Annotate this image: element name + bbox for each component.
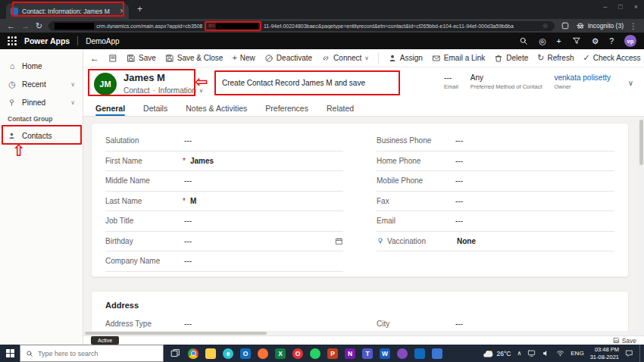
volume-icon[interactable]: [542, 349, 550, 357]
settings-gear-icon[interactable]: ⚙: [592, 37, 599, 45]
opera-icon[interactable]: O: [292, 348, 303, 359]
excel-icon[interactable]: X: [275, 348, 286, 359]
word-icon[interactable]: W: [380, 348, 390, 359]
calendar-icon[interactable]: [335, 237, 343, 245]
incognito-icon: [576, 21, 585, 30]
check-access-button[interactable]: ✓ Check Access: [583, 54, 640, 62]
language-indicator[interactable]: ENG: [571, 350, 583, 357]
browser-tab[interactable]: Contact: Information: James M ×: [6, 3, 129, 19]
weather-widget[interactable]: 26°C: [483, 349, 511, 358]
field-salutation[interactable]: Salutation ---: [105, 131, 343, 151]
new-tab-button[interactable]: +: [137, 4, 142, 14]
footer-save-button[interactable]: Save: [613, 337, 636, 345]
address-bar[interactable]: crm.dynamics.com/main.aspx?appid=cb3508 …: [48, 21, 555, 31]
taskbar-search[interactable]: [20, 345, 164, 362]
save-button[interactable]: Save: [127, 54, 156, 63]
teams-icon[interactable]: T: [362, 348, 373, 359]
add-icon[interactable]: +: [557, 37, 561, 45]
sidebar-item-recent[interactable]: ◷ Recent ∨: [0, 75, 83, 93]
task-view-icon[interactable]: [170, 348, 180, 358]
scrollbar-thumb[interactable]: [639, 120, 643, 165]
field-middle-name[interactable]: Middle Name ---: [105, 171, 343, 192]
assign-button[interactable]: Assign: [388, 54, 423, 63]
chrome-icon[interactable]: [188, 348, 199, 359]
field-vaccination[interactable]: Vaccination None: [377, 232, 614, 252]
display-icon[interactable]: [527, 349, 536, 357]
field-birthday[interactable]: Birthday ---: [105, 232, 343, 252]
onenote-icon[interactable]: N: [345, 348, 355, 359]
edge-icon[interactable]: e: [223, 348, 233, 359]
powerpoint-icon[interactable]: P: [327, 348, 338, 359]
waffle-icon[interactable]: [8, 36, 17, 45]
refresh-button[interactable]: ↻ Refresh: [537, 54, 574, 62]
bookmark-star-icon[interactable]: ☆: [542, 22, 549, 30]
window-minimize-button[interactable]: –: [603, 3, 607, 11]
header-field-owner[interactable]: venkata polisetty Owner: [555, 73, 611, 90]
field-first-name[interactable]: First Name * James: [105, 151, 343, 172]
form-selector-icon[interactable]: [108, 54, 117, 63]
tab-close-icon[interactable]: ×: [120, 7, 124, 15]
form-selector[interactable]: Information: [158, 86, 196, 95]
outlook-icon[interactable]: O: [240, 348, 251, 359]
save-and-close-button[interactable]: Save & Close: [165, 54, 224, 63]
whatsapp-icon[interactable]: [310, 348, 320, 359]
field-city[interactable]: City ---: [377, 314, 614, 331]
new-button[interactable]: + New: [232, 54, 255, 62]
field-email[interactable]: Email ---: [377, 211, 614, 232]
email-a-link-button[interactable]: Email a Link: [432, 54, 485, 63]
tab-general[interactable]: General: [95, 104, 125, 116]
tab-preferences[interactable]: Preferences: [265, 104, 308, 116]
field-fax[interactable]: Fax ---: [377, 192, 614, 212]
section-title: Address: [105, 301, 614, 310]
back-button[interactable]: ←: [90, 53, 99, 64]
tab-related[interactable]: Related: [327, 104, 354, 116]
browser-menu-icon[interactable]: ⋮: [630, 22, 637, 30]
start-button[interactable]: [0, 345, 20, 362]
sidebar-item-home[interactable]: ⌂ Home: [0, 57, 83, 75]
app-name[interactable]: DemoApp: [86, 37, 119, 45]
field-mobile-phone[interactable]: Mobile Phone ---: [377, 171, 614, 192]
network-icon[interactable]: [556, 349, 564, 357]
tab-favicon-icon: [11, 8, 18, 15]
filter-icon[interactable]: [572, 36, 581, 45]
store-icon[interactable]: [414, 348, 425, 359]
vertical-scrollbar[interactable]: [638, 117, 644, 331]
tab-details[interactable]: Details: [143, 104, 167, 116]
scrollbar-thumb[interactable]: [85, 332, 267, 335]
window-maximize-button[interactable]: □: [618, 3, 622, 11]
browser-back-icon[interactable]: ←: [7, 22, 15, 30]
notification-icon[interactable]: [625, 349, 633, 357]
deactivate-button[interactable]: Deactivate: [264, 54, 312, 63]
tray-expand-icon[interactable]: ∧: [517, 350, 521, 357]
sidebar-item-contacts[interactable]: Contacts: [0, 126, 83, 145]
field-job-title[interactable]: Job Title ---: [105, 211, 343, 232]
sidebar-item-pinned[interactable]: Pinned ∨: [0, 93, 83, 111]
visual-studio-icon[interactable]: [397, 348, 408, 359]
field-business-phone[interactable]: Business Phone ---: [377, 131, 614, 151]
target-icon[interactable]: ◎: [539, 37, 546, 45]
collapse-header-chevron-icon[interactable]: ∨: [628, 79, 633, 87]
show-desktop-button[interactable]: [639, 345, 642, 362]
browser-reload-icon[interactable]: ↻: [36, 22, 42, 30]
user-avatar[interactable]: vp: [624, 35, 636, 47]
firefox-icon[interactable]: [258, 348, 268, 359]
field-home-phone[interactable]: Home Phone ---: [377, 151, 614, 172]
tab-notes-activities[interactable]: Notes & Activities: [186, 104, 247, 116]
header-field-preferred-method[interactable]: Any Preferred Method of Contact: [470, 73, 542, 90]
field-company-name[interactable]: Company Name ---: [105, 251, 343, 272]
header-field-email[interactable]: --- Email: [444, 73, 458, 90]
browser-forward-icon[interactable]: →: [21, 22, 30, 30]
field-last-name[interactable]: Last Name * M: [105, 192, 343, 212]
chevron-down-icon[interactable]: ∨: [199, 87, 204, 94]
taskbar-clock[interactable]: 03:48 PM 31-08-2021: [590, 346, 619, 360]
window-close-button[interactable]: ×: [634, 3, 638, 11]
help-icon[interactable]: ?: [609, 37, 614, 45]
photos-icon[interactable]: [432, 348, 442, 359]
search-input[interactable]: [38, 350, 152, 357]
extensions-icon[interactable]: [561, 21, 570, 30]
file-explorer-icon[interactable]: [205, 348, 216, 359]
field-address-type[interactable]: Address Type ---: [105, 314, 343, 331]
search-icon[interactable]: [519, 36, 528, 45]
delete-button[interactable]: Delete: [494, 54, 528, 63]
connect-button[interactable]: Connect ∨: [321, 54, 369, 63]
